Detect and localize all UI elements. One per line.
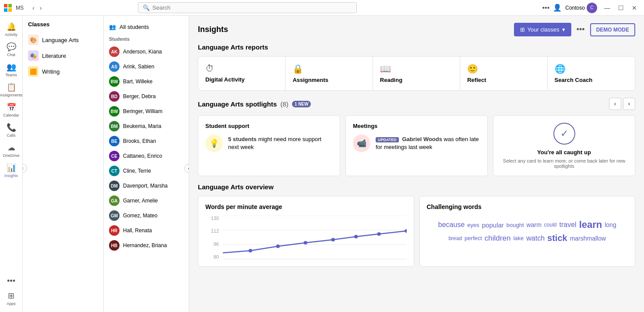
sidebar-item-onedrive[interactable]: ☁ OneDrive bbox=[0, 140, 22, 160]
word-marshmallow[interactable]: marshmallow bbox=[570, 235, 606, 242]
sidebar-item-teams[interactable]: 👥 Teams bbox=[0, 60, 22, 80]
all-students-icon: 👥 bbox=[109, 24, 116, 30]
video-icon: 📹 bbox=[357, 138, 366, 148]
student-item[interactable]: BW Beringer, William bbox=[107, 104, 185, 119]
spotlight-card-meetings[interactable]: Meetings 📹 UPDATED Gabriel Woods was oft… bbox=[345, 115, 488, 176]
sidebar-item-calls[interactable]: 📞 Calls bbox=[0, 120, 22, 140]
student-item[interactable]: GA Garner, Amelie bbox=[107, 193, 185, 208]
word-eyes[interactable]: eyes bbox=[467, 222, 479, 228]
class-item-language-arts[interactable]: 🎨 Language Arts bbox=[26, 32, 100, 48]
report-card-reflect[interactable]: 🙂 Reflect bbox=[460, 57, 547, 90]
student-item[interactable]: AK Anderson, Kiana bbox=[107, 44, 185, 59]
word-children[interactable]: children bbox=[485, 234, 511, 243]
student-name: Beukema, Maria bbox=[123, 123, 161, 129]
class-item-writing[interactable]: 🟧 Writing bbox=[26, 64, 100, 79]
word-could[interactable]: could bbox=[544, 222, 557, 228]
close-button[interactable]: ✕ bbox=[628, 4, 640, 12]
student-avatar: HR bbox=[109, 225, 120, 236]
student-item[interactable]: GM Gomez, Mateo bbox=[107, 208, 185, 223]
app-logo bbox=[4, 4, 12, 12]
people-icon-button[interactable]: 👤 bbox=[553, 4, 562, 12]
class-item-literature[interactable]: 🎭 Literature bbox=[26, 48, 100, 64]
word-lake[interactable]: lake bbox=[513, 235, 524, 241]
classes-panel: ‹ Classes 🎨 Language Arts 🎭 Literature 🟧… bbox=[23, 16, 104, 312]
student-item[interactable]: BW Bart, Willeke bbox=[107, 74, 185, 89]
sidebar-item-assignments[interactable]: 📋 Assignments bbox=[0, 80, 22, 100]
insights-icon: 📊 bbox=[7, 163, 16, 173]
your-classes-button[interactable]: ⊞ Your classes ▾ bbox=[514, 23, 571, 36]
word-popular[interactable]: popular bbox=[482, 221, 504, 229]
digital-activity-label: Digital Activity bbox=[205, 76, 278, 83]
sidebar-item-activity[interactable]: 🔔 Activity bbox=[0, 19, 22, 39]
sidebar-item-apps[interactable]: ⊞ Apps bbox=[0, 288, 22, 308]
more-options-button[interactable]: ••• bbox=[575, 23, 587, 36]
svg-rect-0 bbox=[4, 4, 7, 7]
class-label-language-arts: Language Arts bbox=[42, 37, 79, 43]
svg-point-11 bbox=[331, 238, 335, 241]
student-item[interactable]: HB Hernandez, Briana bbox=[107, 238, 185, 253]
word-perfect[interactable]: perfect bbox=[465, 235, 482, 241]
word-because[interactable]: because bbox=[438, 221, 465, 229]
spotlights-title: Language Arts spotlights (8) 1 NEW bbox=[198, 100, 311, 108]
spotlight-meetings-content: 📹 UPDATED Gabriel Woods was often late f… bbox=[353, 135, 480, 152]
student-item[interactable]: CT Cline, Terrie bbox=[107, 163, 185, 178]
chart-y-axis: 130 112 96 80 bbox=[205, 216, 221, 259]
reading-icon: 📖 bbox=[380, 64, 453, 74]
svg-point-13 bbox=[377, 232, 380, 236]
student-item[interactable]: HR Hall, Renata bbox=[107, 223, 185, 238]
svg-rect-3 bbox=[8, 8, 12, 12]
student-item[interactable]: AS Arink, Sabien bbox=[107, 59, 185, 74]
word-warm[interactable]: warm bbox=[527, 221, 542, 228]
word-bread[interactable]: bread bbox=[448, 235, 462, 241]
classes-panel-toggle[interactable]: ‹ bbox=[23, 164, 27, 173]
student-avatar: CT bbox=[109, 166, 120, 176]
student-name: Hall, Renata bbox=[123, 227, 152, 234]
nav-back-button[interactable]: ‹ bbox=[31, 3, 36, 13]
all-students-button[interactable]: 👥 All students bbox=[107, 21, 185, 33]
class-icon-literature: 🎭 bbox=[28, 50, 39, 61]
spotlight-support-icon-wrap: 💡 bbox=[205, 135, 223, 152]
student-item[interactable]: BE Brooks, Ethan bbox=[107, 134, 185, 149]
demo-mode-button[interactable]: DEMO MODE bbox=[590, 23, 635, 36]
word-long[interactable]: long bbox=[605, 221, 616, 228]
word-travel[interactable]: travel bbox=[560, 221, 577, 229]
main-content: Insights ⊞ Your classes ▾ ••• DEMO MODE … bbox=[189, 16, 644, 312]
word-learn[interactable]: learn bbox=[579, 219, 602, 230]
calendar-label: Calendar bbox=[3, 113, 19, 117]
report-card-digital-activity[interactable]: ⏱ Digital Activity bbox=[198, 57, 285, 90]
sidebar-item-more[interactable]: ••• bbox=[0, 274, 22, 288]
student-avatar: AK bbox=[109, 46, 120, 57]
teams-label: Teams bbox=[5, 73, 17, 77]
student-name: Cattaneo, Enrico bbox=[123, 153, 162, 159]
spotlight-card-caught-up[interactable]: ✓ You're all caught up Select any card t… bbox=[493, 115, 635, 176]
wpm-chart: 130 112 96 80 bbox=[205, 216, 407, 259]
spotlights-grid: Student support 💡 5 students might need … bbox=[198, 115, 635, 176]
report-card-search-coach[interactable]: 🌐 Search Coach bbox=[548, 57, 635, 90]
svg-point-10 bbox=[304, 241, 307, 245]
sidebar-item-chat[interactable]: 💬 Chat bbox=[0, 39, 22, 60]
minimize-button[interactable]: — bbox=[601, 4, 614, 12]
student-avatar: GA bbox=[109, 195, 120, 206]
student-item[interactable]: DM Davenport, Marsha bbox=[107, 178, 185, 193]
spotlight-meetings-icon-wrap: 📹 bbox=[353, 135, 370, 152]
word-watch[interactable]: watch bbox=[526, 234, 545, 242]
spotlight-prev-button[interactable]: ‹ bbox=[609, 98, 621, 110]
search-input[interactable] bbox=[152, 4, 352, 11]
calls-label: Calls bbox=[7, 133, 15, 138]
student-item[interactable]: BM Beukema, Maria bbox=[107, 119, 185, 134]
sidebar-item-insights[interactable]: 📊 Insights bbox=[0, 160, 22, 181]
report-card-reading[interactable]: 📖 Reading bbox=[373, 57, 460, 90]
student-item[interactable]: BD Berger, Debra bbox=[107, 89, 185, 104]
y-label-112: 112 bbox=[205, 228, 219, 234]
report-card-assignments[interactable]: 🔒 Assignments bbox=[285, 57, 373, 90]
maximize-button[interactable]: ☐ bbox=[615, 4, 627, 12]
spotlight-next-button[interactable]: › bbox=[623, 98, 635, 110]
student-item[interactable]: CE Cattaneo, Enrico bbox=[107, 149, 185, 163]
more-options-button[interactable]: ••• bbox=[542, 4, 549, 12]
spotlight-card-student-support[interactable]: Student support 💡 5 students might need … bbox=[198, 115, 340, 176]
word-bought[interactable]: bought bbox=[507, 222, 524, 228]
word-stick[interactable]: stick bbox=[547, 233, 567, 243]
sidebar-item-calendar[interactable]: 📅 Calendar bbox=[0, 100, 22, 120]
nav-forward-button[interactable]: › bbox=[38, 3, 44, 13]
overview-grid: Words per minute average 130 112 96 80 bbox=[198, 196, 635, 267]
